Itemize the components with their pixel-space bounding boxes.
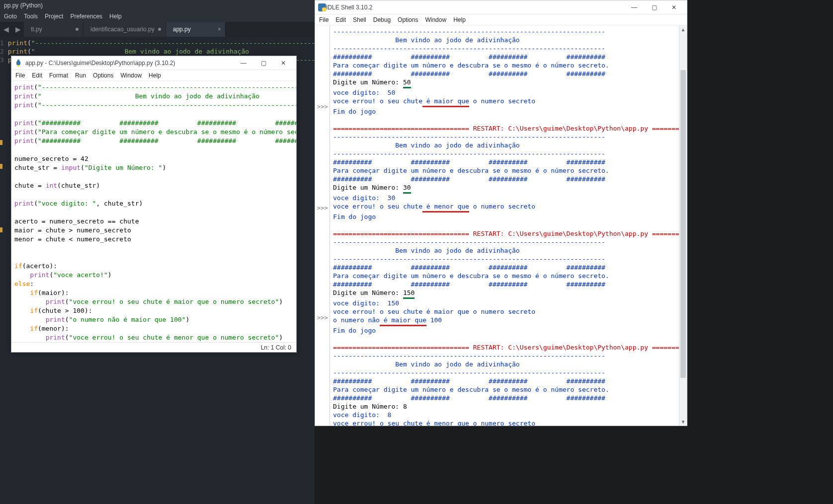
maximize-button[interactable]: ▢ (253, 58, 273, 69)
menu-options[interactable]: Options (398, 16, 418, 23)
minimize-button[interactable]: — (234, 58, 253, 69)
menu-file[interactable]: File (15, 72, 25, 79)
sublime-menu-help[interactable]: Help (109, 13, 122, 20)
shell-prompt: >>> (317, 205, 328, 212)
menu-window[interactable]: Window (120, 72, 142, 79)
sublime-tabbar: ◀ ▶ tt.py identificacao_usuario.py app.p… (0, 22, 315, 37)
shell-gutter: >>>>>>>>>>>>>>> (315, 25, 330, 426)
close-icon[interactable]: × (218, 26, 221, 33)
menu-debug[interactable]: Debug (373, 16, 391, 23)
dirty-dot-icon (158, 28, 161, 31)
tab-app[interactable]: app.py× (166, 22, 226, 37)
tab-tt[interactable]: tt.py (24, 22, 83, 37)
menu-help[interactable]: Help (149, 72, 161, 79)
shell-prompt: >>> (317, 314, 328, 321)
menu-edit[interactable]: Edit (32, 72, 42, 79)
python-icon (318, 3, 326, 11)
sublime-window-title: pp.py (Python) (0, 0, 315, 11)
idle-editor-status: Ln: 1 Col: 0 (11, 342, 296, 352)
scroll-thumb[interactable] (680, 70, 686, 378)
python-icon (14, 59, 22, 67)
minimize-button[interactable]: — (624, 2, 644, 13)
shell-prompt: >>> (317, 424, 328, 426)
maximize-button[interactable]: ▢ (644, 2, 664, 13)
idle-editor-code[interactable]: print("---------------------------------… (11, 81, 296, 342)
shell-output[interactable]: ----------------------------------------… (330, 25, 679, 426)
svg-rect-2 (322, 7, 326, 11)
svg-rect-0 (16, 61, 20, 65)
tab-nav-fwd-icon[interactable]: ▶ (12, 22, 24, 37)
close-button[interactable]: ✕ (273, 58, 293, 69)
tab-nav-back-icon[interactable]: ◀ (0, 22, 12, 37)
menu-run[interactable]: Run (75, 72, 86, 79)
tab-label: tt.py (31, 26, 42, 33)
menu-help[interactable]: Help (453, 16, 466, 23)
tab-label: identificacao_usuario.py (90, 26, 155, 33)
idle-editor-titlebar[interactable]: app.py - C:\Users\guime\Desktop\Python\a… (11, 56, 296, 70)
sublime-menu-preferences[interactable]: Preferences (70, 13, 102, 20)
sublime-menu-tools[interactable]: Tools (24, 13, 38, 20)
sublime-menu-project[interactable]: Project (45, 13, 63, 20)
menu-options[interactable]: Options (93, 72, 113, 79)
idle-editor-title: app.py - C:\Users\guime\Desktop\Python\a… (25, 60, 234, 67)
menu-format[interactable]: Format (49, 72, 68, 79)
idle-shell-title: IDLE Shell 3.10.2 (326, 4, 624, 11)
idle-shell-menubar[interactable]: File Edit Shell Debug Options Window Hel… (315, 14, 687, 25)
scrollbar-vertical[interactable]: ▲ ▼ (679, 25, 687, 426)
idle-shell-window: IDLE Shell 3.10.2 — ▢ ✕ File Edit Shell … (315, 0, 687, 426)
idle-editor-menubar[interactable]: File Edit Format Run Options Window Help (11, 70, 296, 81)
close-button[interactable]: ✕ (664, 2, 684, 13)
tab-ident[interactable]: identificacao_usuario.py (83, 22, 166, 37)
menu-shell[interactable]: Shell (353, 16, 366, 23)
shell-prompt: >>> (317, 103, 328, 110)
menu-file[interactable]: File (319, 16, 329, 23)
sublime-menubar[interactable]: Goto Tools Project Preferences Help (0, 11, 315, 22)
sublime-menu-goto[interactable]: Goto (4, 13, 17, 20)
menu-window[interactable]: Window (425, 16, 446, 23)
scroll-down-icon[interactable]: ▼ (679, 418, 687, 426)
idle-shell-titlebar[interactable]: IDLE Shell 3.10.2 — ▢ ✕ (315, 0, 687, 14)
tab-label: app.py (173, 26, 191, 33)
idle-editor-window: app.py - C:\Users\guime\Desktop\Python\a… (11, 56, 297, 353)
menu-edit[interactable]: Edit (335, 16, 346, 23)
dirty-dot-icon (76, 28, 79, 31)
scroll-up-icon[interactable]: ▲ (679, 25, 687, 33)
sublime-gutter: 1 2 3 (0, 37, 8, 64)
